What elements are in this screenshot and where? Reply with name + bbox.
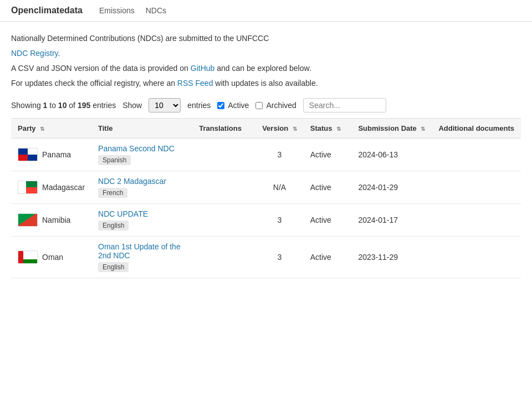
showing-text: Showing 1 to 10 of 195 entries	[11, 101, 116, 110]
header: Openclimatedata Emissions NDCs	[0, 0, 532, 22]
version-cell: 3	[255, 139, 304, 171]
version-cell: 3	[255, 204, 304, 237]
party-sort-icon[interactable]: ⇅	[40, 126, 44, 132]
ndc-title-link[interactable]: Panama Second NDC	[98, 144, 175, 153]
status-cell: Active	[304, 171, 352, 204]
active-checkbox[interactable]	[217, 102, 224, 109]
party-cell: Madagascar	[11, 171, 91, 204]
translation-tag: English	[98, 262, 129, 272]
ndc-table: Party ⇅ Title Translations Version ⇅ Sta…	[11, 118, 521, 278]
brand-logo: Openclimatedata	[11, 6, 83, 16]
title-cell: NDC UPDATE English	[91, 204, 192, 237]
additional-docs-cell	[432, 139, 521, 171]
col-status: Status ⇅	[304, 119, 352, 139]
submission-date-cell: 2024-01-17	[351, 204, 432, 237]
intro-line2: NDC Registry.	[11, 48, 521, 59]
translations-cell	[192, 139, 255, 171]
flag-madagascar	[18, 181, 38, 194]
intro-line4: For updates check the official registry,…	[11, 78, 521, 89]
party-name: Namibia	[42, 216, 70, 224]
archived-checkbox[interactable]	[255, 102, 263, 109]
status-cell: Active	[304, 237, 352, 278]
translations-cell	[192, 171, 255, 204]
party-cell: Panama	[11, 139, 91, 171]
intro-line1: Nationally Determined Contributions (NDC…	[11, 33, 521, 44]
active-filter-label[interactable]: Active	[228, 101, 249, 110]
table-row: Madagascar NDC 2 Madagascar FrenchN/AAct…	[11, 171, 521, 204]
title-cell: Panama Second NDC Spanish	[91, 139, 192, 171]
nav-emissions[interactable]: Emissions	[99, 6, 135, 15]
submission-date-cell: 2023-11-29	[351, 237, 432, 278]
table-row: Panama Panama Second NDC Spanish3Active2…	[11, 139, 521, 171]
ndc-title-link[interactable]: Oman 1st Update of the 2nd NDC	[98, 242, 181, 260]
ndc-title-link[interactable]: NDC UPDATE	[98, 209, 148, 218]
col-translations: Translations	[192, 119, 255, 139]
submission-date-cell: 2024-01-29	[351, 171, 432, 204]
party-name: Oman	[42, 253, 63, 262]
table-row: Oman Oman 1st Update of the 2nd NDC Engl…	[11, 237, 521, 278]
translations-cell	[192, 237, 255, 278]
active-filter-group: Active	[217, 101, 249, 110]
title-cell: Oman 1st Update of the 2nd NDC English	[91, 237, 192, 278]
flag-namibia	[18, 213, 38, 227]
version-cell: N/A	[255, 171, 304, 204]
flag-oman	[18, 250, 38, 264]
table-body: Panama Panama Second NDC Spanish3Active2…	[11, 139, 521, 278]
col-party: Party ⇅	[11, 119, 91, 139]
title-cell: NDC 2 Madagascar French	[91, 171, 192, 204]
search-input[interactable]	[303, 98, 386, 112]
subdate-sort-icon[interactable]: ⇅	[421, 126, 425, 132]
entries-per-page-select[interactable]: 10 25 50 100	[149, 98, 181, 112]
additional-docs-cell	[432, 204, 521, 237]
additional-docs-cell	[432, 237, 521, 278]
party-cell: Namibia	[11, 204, 91, 237]
rss-feed-link[interactable]: RSS Feed	[177, 79, 213, 88]
nav-ndcs[interactable]: NDCs	[146, 6, 166, 15]
translations-cell	[192, 204, 255, 237]
archived-filter-label[interactable]: Archived	[266, 101, 296, 110]
translation-tag: Spanish	[98, 155, 131, 165]
status-cell: Active	[304, 139, 352, 171]
ndc-registry-link[interactable]: NDC Registry	[11, 49, 58, 58]
status-sort-icon[interactable]: ⇅	[336, 126, 341, 132]
archived-filter-group: Archived	[255, 101, 296, 110]
party-name: Madagascar	[42, 183, 85, 192]
col-version: Version ⇅	[255, 119, 304, 139]
additional-docs-cell	[432, 171, 521, 204]
github-link[interactable]: GitHub	[191, 64, 215, 73]
col-title: Title	[91, 119, 192, 139]
main-content: Nationally Determined Contributions (NDC…	[0, 22, 532, 289]
translation-tag: French	[98, 188, 127, 198]
status-cell: Active	[304, 204, 352, 237]
main-nav: Emissions NDCs	[99, 6, 166, 15]
entries-label: entries	[187, 101, 211, 110]
table-row: Namibia NDC UPDATE English3Active2024-01…	[11, 204, 521, 237]
party-name: Panama	[42, 150, 71, 159]
col-submission-date: Submission Date ⇅	[351, 119, 432, 139]
show-label: Show	[122, 101, 142, 110]
col-additional-docs: Additional documents	[432, 119, 521, 139]
submission-date-cell: 2024-06-13	[351, 139, 432, 171]
flag-panama	[18, 148, 38, 161]
intro-line3: A CSV and JSON version of the data is pr…	[11, 63, 521, 74]
version-cell: 3	[255, 237, 304, 278]
table-header: Party ⇅ Title Translations Version ⇅ Sta…	[11, 119, 521, 139]
translation-tag: English	[98, 221, 129, 231]
ndc-title-link[interactable]: NDC 2 Madagascar	[98, 177, 166, 186]
version-sort-icon[interactable]: ⇅	[293, 126, 297, 132]
party-cell: Oman	[11, 237, 91, 278]
table-controls: Showing 1 to 10 of 195 entries Show 10 2…	[11, 98, 521, 112]
